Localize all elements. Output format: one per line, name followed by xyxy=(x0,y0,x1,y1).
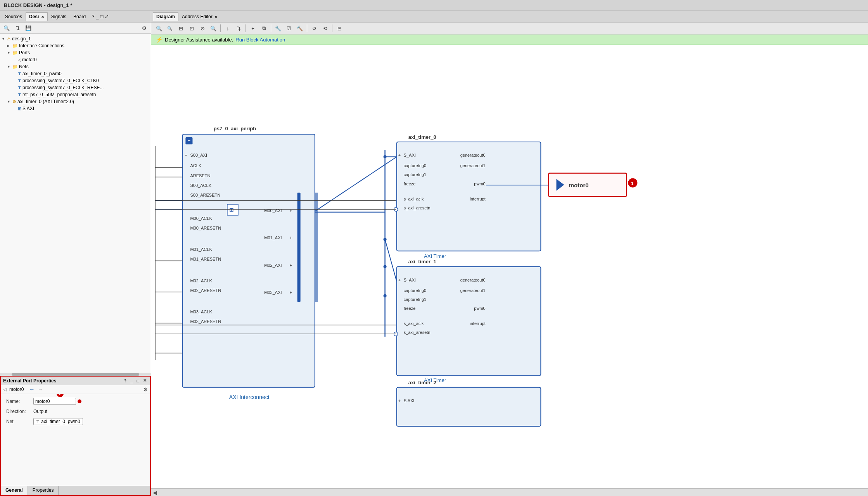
tab-properties[interactable]: Properties xyxy=(28,486,59,495)
name-changed-indicator xyxy=(78,399,81,403)
copy-btn[interactable]: ⧉ xyxy=(259,24,268,33)
gear-icon-axitimer0: ⚙ xyxy=(12,99,16,104)
tree-arrow-interface: ▶ xyxy=(7,44,12,48)
run-block-automation-link[interactable]: Run Block Automation xyxy=(235,37,285,43)
tree-item-net4[interactable]: ⊤ rst_ps7_0_50M_peripheral_aresetn xyxy=(0,91,151,98)
fit-btn[interactable]: ⊞ xyxy=(176,24,185,33)
gear-btn-left[interactable]: ⚙ xyxy=(140,24,149,32)
tree-item-design1[interactable]: ▼ ⚠ design_1 xyxy=(0,35,151,42)
svg-text:capturetrig0: capturetrig0 xyxy=(404,163,426,168)
crop-btn[interactable]: ⊟ xyxy=(335,24,344,33)
tab-diagram[interactable]: Diagram xyxy=(153,12,178,21)
undo-btn[interactable]: ⟲ xyxy=(320,24,330,33)
hammer-btn[interactable]: 🔨 xyxy=(295,24,304,33)
validate-btn[interactable]: ☑ xyxy=(284,24,294,33)
tab-signals[interactable]: Signals xyxy=(48,12,70,21)
svg-rect-58 xyxy=(397,387,541,426)
scroll-left-btn[interactable]: ◀ xyxy=(153,489,157,496)
svg-text:freeze: freeze xyxy=(404,306,416,311)
svg-text:s_axi_aclk: s_axi_aclk xyxy=(404,321,424,326)
tree-item-nets[interactable]: ▼ 📁 Nets xyxy=(0,63,151,70)
search-btn[interactable]: 🔍 xyxy=(2,24,11,32)
net-icon: ⊤ xyxy=(36,420,40,424)
panel-nav: ◁ motor0 ← → ⚙ xyxy=(1,385,150,394)
add-ip-btn[interactable]: + xyxy=(248,24,258,33)
minimize-btn-left[interactable]: _ xyxy=(96,14,99,19)
svg-text:capturetrig0: capturetrig0 xyxy=(404,288,426,293)
svg-text:capturetrig1: capturetrig1 xyxy=(404,172,426,177)
close-address-editor[interactable]: ✕ xyxy=(214,15,218,19)
net-label: Net xyxy=(6,419,33,424)
handtool-btn[interactable]: ⊙ xyxy=(198,24,207,33)
ps7-block[interactable]: AXI Interconnect ps7_0_axi_periph + + S0… xyxy=(182,126,315,400)
tree-label-net2: processing_system7_0_FCLK_CLK0 xyxy=(22,78,99,83)
sep2 xyxy=(246,24,246,32)
sep4 xyxy=(307,24,307,32)
tree-scrollbar[interactable] xyxy=(0,373,151,376)
zoom-sel-btn[interactable]: ⊡ xyxy=(187,24,196,33)
flip-h-btn[interactable]: ↕ xyxy=(223,24,232,33)
svg-text:+: + xyxy=(290,235,292,240)
net-icon-4: ⊤ xyxy=(18,93,21,97)
axi-timer-1-block[interactable]: axi_timer_1 AXI Timer + S_AXI capturetri… xyxy=(397,259,541,383)
tree-item-net1[interactable]: ⊤ axi_timer_0_pwm0 xyxy=(0,70,151,77)
tab-address-editor[interactable]: Address Editor ✕ xyxy=(178,12,221,21)
tree-item-axitimer0[interactable]: ▼ ⚙ axi_timer_0 (AXI Timer:2.0) xyxy=(0,98,151,105)
tree-label-ports: Ports xyxy=(19,50,30,55)
prev-port-btn[interactable]: ← xyxy=(29,386,35,392)
folder-icon-nets: 📁 xyxy=(12,64,18,69)
settings-btn[interactable]: 🔧 xyxy=(273,24,283,33)
tree-item-ports[interactable]: ▼ 📁 Ports xyxy=(0,49,151,56)
svg-text:axi_timer_2: axi_timer_2 xyxy=(408,380,436,385)
tab-board[interactable]: Board xyxy=(70,12,89,21)
tree-item-net3[interactable]: ⊤ processing_system7_0_FCLK_RESE... xyxy=(0,84,151,91)
zoom-in-btn[interactable]: 🔍 xyxy=(154,24,164,33)
sep5 xyxy=(332,24,332,32)
tab-close-design[interactable]: ✕ xyxy=(41,15,44,19)
motor0-port[interactable]: motor0 1 xyxy=(548,173,637,196)
folder-icon-ports: 📁 xyxy=(12,50,18,55)
port-nav-label: motor0 xyxy=(9,387,24,392)
tree-label-saxi: S AXI xyxy=(22,106,34,111)
right-toolbar: 🔍 🔍 ⊞ ⊡ ⊙ 🔍 ↕ ⇅ + ⧉ 🔧 ☑ 🔨 ↺ ⟲ ⊟ xyxy=(151,22,868,35)
tab-design[interactable]: Desi ✕ xyxy=(26,12,48,21)
svg-text:S00_AXI: S00_AXI xyxy=(190,153,207,157)
tree-item-net2[interactable]: ⊤ processing_system7_0_FCLK_CLK0 xyxy=(0,77,151,84)
external-port-panel: External Port Properties ? _ □ ✕ ◁ motor… xyxy=(0,376,151,496)
name-input[interactable] xyxy=(33,398,76,405)
help-btn-left[interactable]: ? xyxy=(92,14,94,19)
axi-timer-0-block[interactable]: axi_timer_0 AXI Timer + S_AXI capturetri… xyxy=(397,134,541,259)
tree-label-motor0: motor0 xyxy=(22,57,36,62)
search-diag-btn[interactable]: 🔍 xyxy=(209,24,218,33)
svg-text:generateout1: generateout1 xyxy=(460,163,486,168)
svg-text:+: + xyxy=(290,263,292,268)
svg-text:M03_ACLK: M03_ACLK xyxy=(190,309,212,314)
zoom-out-btn[interactable]: 🔍 xyxy=(165,24,175,33)
tree-item-motor0[interactable]: ◁ motor0 xyxy=(0,56,151,63)
tab-sources[interactable]: Sources xyxy=(2,12,26,21)
tab-general[interactable]: General xyxy=(1,486,28,495)
name-row: Name: 2 xyxy=(6,398,145,405)
diagram-svg: AXI Interconnect ps7_0_axi_periph + + S0… xyxy=(151,45,868,488)
net-box[interactable]: ⊤ axi_timer_0_pwm0 xyxy=(33,418,83,425)
restore-btn-left[interactable]: □ xyxy=(100,14,104,19)
panel-help-btn[interactable]: ? xyxy=(123,378,128,384)
panel-close-btn[interactable]: ✕ xyxy=(142,378,148,384)
panel-restore-btn[interactable]: □ xyxy=(135,378,140,384)
next-port-btn[interactable]: → xyxy=(38,386,43,392)
flip-v-btn[interactable]: ⇅ xyxy=(234,24,243,33)
tree-area[interactable]: ▼ ⚠ design_1 ▶ 📁 Interface Connections ▼… xyxy=(0,34,151,373)
diagram-area[interactable]: AXI Interconnect ps7_0_axi_periph + + S0… xyxy=(151,45,868,488)
tree-item-saxi[interactable]: ⊞ S AXI xyxy=(0,105,151,112)
filter-btn[interactable]: ⇅ xyxy=(13,24,22,32)
tree-item-interface[interactable]: ▶ 📁 Interface Connections xyxy=(0,42,151,49)
expand-btn-left[interactable]: ⤢ xyxy=(105,14,109,19)
left-tab-bar: Sources Desi ✕ Signals Board ? _ □ ⤢ xyxy=(0,11,151,22)
save-btn[interactable]: 💾 xyxy=(24,24,33,32)
svg-text:generateout0: generateout0 xyxy=(460,278,486,282)
refresh-btn[interactable]: ↺ xyxy=(310,24,319,33)
svg-rect-80 xyxy=(315,193,318,302)
gear-btn-panel[interactable]: ⚙ xyxy=(143,387,148,392)
tree-label-interface: Interface Connections xyxy=(19,43,64,48)
panel-minimize-btn[interactable]: _ xyxy=(129,378,134,384)
